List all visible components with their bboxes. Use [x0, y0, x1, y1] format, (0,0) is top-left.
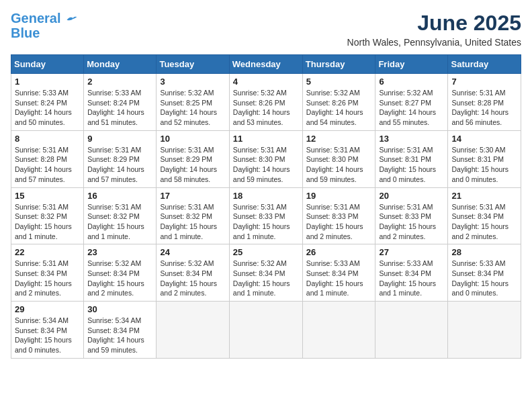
- month-title: June 2025: [347, 11, 521, 36]
- calendar-day-cell: 12 Sunrise: 5:31 AM Sunset: 8:30 PM Dayl…: [302, 130, 375, 187]
- day-info: Sunrise: 5:31 AM Sunset: 8:34 PM Dayligh…: [451, 202, 517, 242]
- sunset-label: Sunset: 8:25 PM: [160, 99, 212, 107]
- sunset-label: Sunset: 8:24 PM: [15, 99, 67, 107]
- sunset-label: Sunset: 8:30 PM: [306, 155, 359, 163]
- sunrise-label: Sunrise: 5:33 AM: [15, 89, 69, 97]
- day-info: Sunrise: 5:31 AM Sunset: 8:32 PM Dayligh…: [15, 202, 80, 242]
- calendar-day-cell: 29 Sunrise: 5:34 AM Sunset: 8:34 PM Dayl…: [11, 302, 84, 359]
- sunrise-label: Sunrise: 5:31 AM: [451, 203, 505, 211]
- day-info: Sunrise: 5:32 AM Sunset: 8:34 PM Dayligh…: [233, 259, 299, 298]
- day-info: Sunrise: 5:32 AM Sunset: 8:34 PM Dayligh…: [160, 259, 225, 298]
- daylight-label: Daylight: 15 hoursand 1 minute.: [379, 279, 436, 298]
- calendar-day-cell: 22 Sunrise: 5:31 AM Sunset: 8:34 PM Dayl…: [11, 244, 84, 302]
- sunrise-label: Sunrise: 5:31 AM: [306, 203, 360, 211]
- calendar-day-cell: [448, 302, 521, 359]
- logo-bird-icon: [66, 15, 78, 24]
- sunrise-label: Sunrise: 5:31 AM: [87, 146, 141, 154]
- calendar-day-cell: 19 Sunrise: 5:31 AM Sunset: 8:33 PM Dayl…: [302, 187, 375, 244]
- day-number: 22: [15, 247, 80, 257]
- sunset-label: Sunset: 8:29 PM: [87, 155, 140, 163]
- calendar-day-cell: [302, 302, 375, 359]
- sunrise-label: Sunrise: 5:32 AM: [233, 259, 287, 267]
- sunset-label: Sunset: 8:32 PM: [87, 212, 140, 220]
- logo-blue: Blue: [11, 26, 40, 40]
- title-block: June 2025 North Wales, Pennsylvania, Uni…: [347, 11, 521, 48]
- daylight-label: Daylight: 14 hoursand 52 minutes.: [160, 108, 217, 126]
- col-monday: Monday: [84, 55, 157, 74]
- col-sunday: Sunday: [11, 55, 84, 74]
- day-number: 4: [233, 77, 299, 87]
- day-info: Sunrise: 5:31 AM Sunset: 8:32 PM Dayligh…: [87, 202, 152, 242]
- day-number: 11: [233, 134, 299, 144]
- calendar-day-cell: 13 Sunrise: 5:31 AM Sunset: 8:31 PM Dayl…: [375, 130, 448, 187]
- sunset-label: Sunset: 8:24 PM: [87, 99, 140, 107]
- day-number: 12: [306, 134, 372, 144]
- calendar-week-row: 29 Sunrise: 5:34 AM Sunset: 8:34 PM Dayl…: [11, 302, 521, 359]
- day-info: Sunrise: 5:31 AM Sunset: 8:30 PM Dayligh…: [306, 145, 372, 185]
- day-info: Sunrise: 5:32 AM Sunset: 8:25 PM Dayligh…: [160, 88, 225, 128]
- day-number: 28: [451, 247, 517, 257]
- calendar-day-cell: [157, 302, 229, 359]
- calendar-day-cell: 15 Sunrise: 5:31 AM Sunset: 8:32 PM Dayl…: [11, 187, 84, 244]
- sunset-label: Sunset: 8:33 PM: [233, 212, 285, 220]
- daylight-label: Daylight: 15 hoursand 0 minutes.: [451, 165, 508, 183]
- col-saturday: Saturday: [448, 55, 521, 74]
- calendar-day-cell: 16 Sunrise: 5:31 AM Sunset: 8:32 PM Dayl…: [84, 187, 157, 244]
- calendar-day-cell: 23 Sunrise: 5:32 AM Sunset: 8:34 PM Dayl…: [84, 244, 157, 302]
- sunrise-label: Sunrise: 5:34 AM: [87, 316, 141, 324]
- sunrise-label: Sunrise: 5:31 AM: [233, 146, 287, 154]
- daylight-label: Daylight: 14 hoursand 50 minutes.: [15, 108, 72, 126]
- daylight-label: Daylight: 15 hoursand 2 minutes.: [87, 279, 144, 298]
- daylight-label: Daylight: 15 hoursand 0 minutes.: [451, 279, 508, 298]
- day-info: Sunrise: 5:34 AM Sunset: 8:34 PM Dayligh…: [15, 316, 80, 355]
- day-info: Sunrise: 5:31 AM Sunset: 8:33 PM Dayligh…: [379, 202, 444, 242]
- calendar-day-cell: 4 Sunrise: 5:32 AM Sunset: 8:26 PM Dayli…: [229, 74, 302, 131]
- calendar-day-cell: 20 Sunrise: 5:31 AM Sunset: 8:33 PM Dayl…: [375, 187, 448, 244]
- calendar-table: Sunday Monday Tuesday Wednesday Thursday…: [11, 54, 521, 359]
- calendar-day-cell: 14 Sunrise: 5:30 AM Sunset: 8:31 PM Dayl…: [448, 130, 521, 187]
- daylight-label: Daylight: 15 hoursand 1 minute.: [233, 279, 290, 298]
- sunrise-label: Sunrise: 5:32 AM: [379, 89, 433, 97]
- calendar-day-cell: 9 Sunrise: 5:31 AM Sunset: 8:29 PM Dayli…: [84, 130, 157, 187]
- sunset-label: Sunset: 8:32 PM: [160, 212, 212, 220]
- day-number: 9: [87, 134, 152, 144]
- daylight-label: Daylight: 14 hoursand 55 minutes.: [379, 108, 436, 126]
- daylight-label: Daylight: 15 hoursand 2 minutes.: [15, 279, 72, 298]
- sunrise-label: Sunrise: 5:31 AM: [15, 146, 69, 154]
- calendar-week-row: 8 Sunrise: 5:31 AM Sunset: 8:28 PM Dayli…: [11, 130, 521, 187]
- day-number: 26: [306, 247, 372, 257]
- sunset-label: Sunset: 8:26 PM: [306, 99, 359, 107]
- day-number: 29: [15, 304, 80, 314]
- sunset-label: Sunset: 8:34 PM: [160, 269, 212, 277]
- daylight-label: Daylight: 14 hoursand 57 minutes.: [15, 165, 72, 183]
- calendar-day-cell: 17 Sunrise: 5:31 AM Sunset: 8:32 PM Dayl…: [157, 187, 229, 244]
- day-info: Sunrise: 5:31 AM Sunset: 8:32 PM Dayligh…: [160, 202, 225, 242]
- daylight-label: Daylight: 14 hoursand 56 minutes.: [451, 108, 508, 126]
- calendar-day-cell: 5 Sunrise: 5:32 AM Sunset: 8:26 PM Dayli…: [302, 74, 375, 131]
- calendar-week-row: 1 Sunrise: 5:33 AM Sunset: 8:24 PM Dayli…: [11, 74, 521, 131]
- calendar-day-cell: [229, 302, 302, 359]
- day-number: 23: [87, 247, 152, 257]
- day-number: 24: [160, 247, 225, 257]
- calendar-day-cell: 1 Sunrise: 5:33 AM Sunset: 8:24 PM Dayli…: [11, 74, 84, 131]
- sunset-label: Sunset: 8:34 PM: [15, 269, 67, 277]
- day-number: 15: [15, 191, 80, 201]
- col-thursday: Thursday: [302, 55, 375, 74]
- day-info: Sunrise: 5:34 AM Sunset: 8:34 PM Dayligh…: [87, 316, 152, 355]
- day-info: Sunrise: 5:33 AM Sunset: 8:24 PM Dayligh…: [87, 88, 152, 128]
- logo-general: General: [11, 11, 60, 26]
- calendar-week-row: 15 Sunrise: 5:31 AM Sunset: 8:32 PM Dayl…: [11, 187, 521, 244]
- sunset-label: Sunset: 8:31 PM: [451, 155, 504, 163]
- sunrise-label: Sunrise: 5:31 AM: [306, 146, 360, 154]
- calendar-week-row: 22 Sunrise: 5:31 AM Sunset: 8:34 PM Dayl…: [11, 244, 521, 302]
- calendar-day-cell: 3 Sunrise: 5:32 AM Sunset: 8:25 PM Dayli…: [157, 74, 229, 131]
- sunrise-label: Sunrise: 5:33 AM: [87, 89, 141, 97]
- sunrise-label: Sunrise: 5:32 AM: [233, 89, 287, 97]
- daylight-label: Daylight: 15 hoursand 1 minute.: [160, 222, 217, 240]
- sunset-label: Sunset: 8:34 PM: [379, 269, 431, 277]
- day-number: 18: [233, 191, 299, 201]
- daylight-label: Daylight: 15 hoursand 1 minute.: [233, 222, 290, 240]
- daylight-label: Daylight: 14 hoursand 57 minutes.: [87, 165, 144, 183]
- sunset-label: Sunset: 8:33 PM: [379, 212, 431, 220]
- calendar-day-cell: 10 Sunrise: 5:31 AM Sunset: 8:29 PM Dayl…: [157, 130, 229, 187]
